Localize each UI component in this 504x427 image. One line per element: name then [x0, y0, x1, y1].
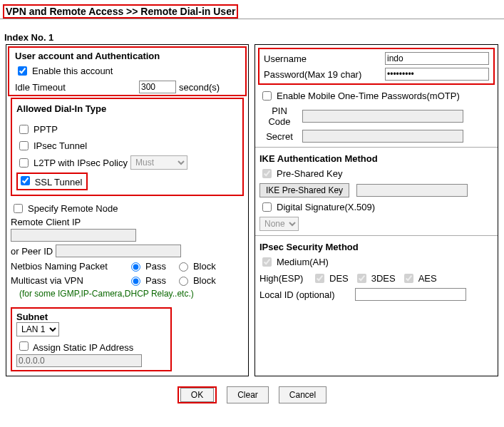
ipsec-checkbox[interactable] [19, 141, 29, 150]
right-panel: Username Password(Max 19 char) Enable Mo… [254, 44, 498, 376]
l2tp-label: L2TP with IPsec Policy [34, 158, 128, 168]
idle-timeout-input[interactable] [139, 81, 176, 93]
ike-psk-input[interactable] [356, 184, 468, 197]
psk-checkbox[interactable] [262, 169, 272, 178]
specify-remote-checkbox[interactable] [14, 204, 23, 213]
auth-heading: User account and Authentication [11, 48, 244, 63]
index-number: Index No. 1 [0, 31, 504, 44]
ok-button[interactable]: OK [180, 388, 214, 402]
l2tp-policy-select[interactable]: Must [130, 155, 187, 170]
allowed-heading: Allowed Dial-In Type [12, 101, 242, 115]
digsig-label: Digital Signature(X.509) [277, 202, 375, 212]
enable-account-label: Enable this account [32, 66, 113, 76]
des-checkbox[interactable] [315, 274, 324, 283]
des-label: DES [329, 273, 349, 284]
digsig-checkbox[interactable] [262, 202, 272, 212]
medium-label: Medium(AH) [277, 257, 329, 267]
netbios-label: Netbios Naming Packet [11, 261, 125, 272]
multicast-block-label: Block [193, 275, 216, 286]
remote-ip-input[interactable] [11, 229, 136, 242]
ipsec-sec-heading: IPsec Security Method [255, 239, 498, 254]
digsig-select[interactable]: None [259, 217, 299, 231]
3des-checkbox[interactable] [357, 274, 366, 283]
localid-input[interactable] [355, 288, 466, 301]
netbios-block-label: Block [193, 261, 216, 272]
high-label: High(ESP) [259, 273, 309, 284]
secret-label: Secret [259, 131, 299, 142]
netbios-block-radio[interactable] [179, 262, 188, 272]
peer-id-input[interactable] [56, 245, 181, 257]
multicast-pass-label: Pass [145, 275, 166, 286]
assign-static-label: Assign Static IP Address [33, 342, 133, 353]
localid-label: Local ID (optional) [259, 289, 352, 300]
password-label: Password(Max 19 char) [264, 69, 385, 80]
username-input[interactable] [385, 52, 489, 65]
ike-heading: IKE Authentication Method [255, 150, 498, 165]
aes-label: AES [418, 273, 437, 284]
enable-account-checkbox[interactable] [18, 66, 27, 76]
aes-checkbox[interactable] [404, 274, 413, 283]
secret-input[interactable] [302, 130, 463, 143]
clear-button[interactable]: Clear [227, 386, 269, 403]
left-panel: User account and Authentication Enable t… [6, 44, 249, 376]
cancel-button[interactable]: Cancel [279, 386, 326, 403]
idle-timeout-label: Idle Timeout [15, 82, 136, 93]
pin-label: PIN Code [259, 106, 299, 127]
specify-remote-label: Specify Remote Node [28, 203, 118, 214]
netbios-pass-label: Pass [145, 261, 166, 272]
ipsec-label: IPsec Tunnel [34, 140, 87, 151]
idle-timeout-unit: second(s) [179, 82, 220, 93]
ike-psk-button[interactable]: IKE Pre-Shared Key [259, 183, 349, 197]
multicast-label: Multicast via VPN [11, 275, 125, 286]
subnet-select[interactable]: LAN 1 [16, 322, 59, 336]
username-label: Username [264, 53, 385, 64]
pptp-label: PPTP [34, 124, 58, 135]
page-title: VPN and Remote Access >> Remote Dial-in … [3, 4, 238, 19]
medium-checkbox[interactable] [262, 257, 272, 267]
subnet-heading: Subnet [16, 312, 166, 322]
netbios-pass-radio[interactable] [131, 262, 140, 272]
pptp-checkbox[interactable] [19, 125, 29, 134]
psk-label: Pre-Shared Key [277, 168, 343, 179]
assign-static-checkbox[interactable] [19, 341, 29, 351]
motp-checkbox[interactable] [262, 91, 272, 101]
peer-id-label: or Peer ID [11, 246, 53, 257]
multicast-pass-radio[interactable] [131, 277, 140, 286]
multicast-block-radio[interactable] [179, 277, 188, 286]
remote-ip-label: Remote Client IP [6, 217, 248, 227]
ssl-label: SSL Tunnel [35, 177, 83, 187]
password-input[interactable] [385, 68, 489, 81]
pin-input[interactable] [302, 110, 463, 123]
multicast-hint: (for some IGMP,IP-Camera,DHCP Relay..etc… [6, 287, 248, 303]
ssl-checkbox[interactable] [21, 176, 30, 185]
static-ip-input[interactable] [16, 354, 142, 367]
3des-label: 3DES [371, 273, 396, 284]
l2tp-checkbox[interactable] [19, 158, 29, 168]
motp-label: Enable Mobile One-Time Passwords(mOTP) [277, 91, 460, 101]
